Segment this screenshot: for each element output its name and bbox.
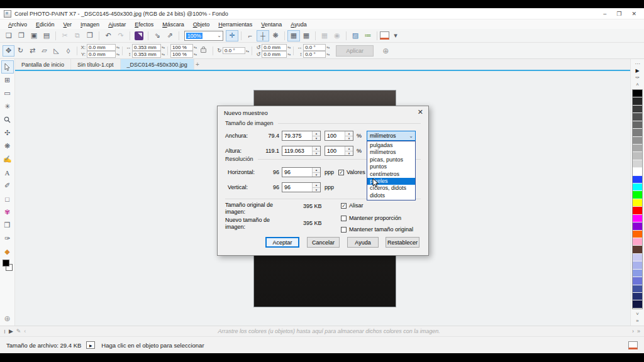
spinner[interactable]: ▾▴	[194, 52, 197, 56]
color-swatch[interactable]	[633, 152, 642, 160]
color-swatch[interactable]	[633, 168, 642, 175]
redo-icon[interactable]: ↷	[114, 30, 127, 41]
scale-x-field[interactable]: 100 %	[170, 44, 193, 51]
color-swatch[interactable]	[633, 191, 642, 199]
color-swatch[interactable]	[633, 277, 642, 285]
menu-item[interactable]: Ver	[59, 21, 77, 28]
color-swatch[interactable]	[633, 121, 642, 129]
lock-ratio-icon[interactable]	[201, 48, 206, 53]
spinner[interactable]: ▾▴	[162, 52, 165, 56]
chevron-down-icon[interactable]: ⌄	[217, 33, 223, 38]
rotation-angle-field[interactable]: 0.0 °	[223, 47, 245, 54]
play-icon[interactable]: ▶	[86, 341, 95, 349]
expand-palette-icon[interactable]: »	[631, 317, 644, 324]
menu-item[interactable]: Efectos	[130, 21, 158, 28]
spinner[interactable]: ▾▴	[116, 45, 119, 49]
dialog-close-icon[interactable]: ✕	[418, 108, 423, 116]
spinner[interactable]: ▴▾	[312, 168, 320, 177]
skew-h-field[interactable]: 0.0 °	[303, 44, 326, 51]
color-swatch[interactable]	[633, 160, 642, 168]
menu-item[interactable]: Archivo	[4, 21, 31, 28]
proof-colors-icon[interactable]	[380, 31, 389, 40]
color-swatch[interactable]	[633, 254, 642, 261]
spinner[interactable]: ▾▴	[116, 52, 119, 56]
object-width-field[interactable]: 0.353 mm	[132, 44, 161, 51]
spinner[interactable]: ▾▴	[326, 52, 330, 56]
color-swatch[interactable]	[633, 215, 642, 222]
clone-tool[interactable]: ✣	[1, 126, 14, 140]
new-tab-button[interactable]: +	[192, 59, 203, 70]
color-swatch[interactable]	[633, 199, 642, 207]
units-option[interactable]: picas, puntos	[367, 156, 415, 163]
menu-item[interactable]: Edición	[31, 21, 59, 28]
color-swatch[interactable]	[633, 176, 642, 184]
pen-icon[interactable]: ✎	[16, 328, 21, 334]
cancel-button[interactable]: Cancelar	[307, 237, 340, 248]
spinner[interactable]: ▾▴	[194, 45, 197, 49]
application-launcher-icon[interactable]	[135, 31, 143, 40]
eyedropper-tool[interactable]: ✑	[1, 232, 14, 245]
mask-wand-icon[interactable]: ❋	[269, 30, 282, 41]
center-x-field[interactable]: 0.0 mm	[262, 44, 287, 51]
add-plus-icon[interactable]: ⊕	[382, 47, 389, 55]
menu-item[interactable]: Ayuda	[286, 21, 311, 28]
text-tool[interactable]: A	[1, 166, 14, 179]
anti-alias-checkbox-row[interactable]: ✓ Alisar	[341, 202, 364, 209]
color-swatch[interactable]	[633, 285, 642, 293]
color-swatch[interactable]	[633, 137, 642, 145]
image-sprayer-tool[interactable]: ✾	[1, 206, 14, 219]
scale-mode-icon[interactable]: ⇄	[26, 45, 38, 57]
color-swatch[interactable]	[633, 97, 642, 105]
units-option[interactable]: milímetros	[367, 149, 415, 156]
options-icon[interactable]: ≔	[362, 30, 374, 41]
close-button[interactable]: ✕	[631, 11, 636, 17]
color-swatch[interactable]	[633, 246, 642, 253]
export-icon[interactable]: ⇗	[164, 30, 176, 41]
horizontal-resolution-input[interactable]: 96 ▴▾	[282, 167, 321, 177]
document-tab[interactable]: Pantalla de inicio	[15, 59, 71, 70]
width-input[interactable]: 79.375 ▴▾	[282, 131, 321, 141]
menu-item[interactable]: Imagen	[76, 21, 104, 28]
color-swatch[interactable]	[633, 222, 642, 230]
flyout-play-icon[interactable]: ▶	[9, 328, 13, 334]
menu-item[interactable]: Objeto	[189, 21, 214, 28]
units-option[interactable]: didots	[367, 192, 415, 199]
snap-icon[interactable]: ◉	[331, 30, 343, 41]
cut-icon[interactable]: ✂	[58, 30, 71, 41]
apply-button[interactable]: Aplicar	[336, 45, 374, 57]
checkbox-unchecked[interactable]	[341, 227, 347, 233]
paint-tool[interactable]: ✐	[1, 179, 14, 192]
color-swatch[interactable]	[633, 145, 642, 152]
reset-button[interactable]: Restablecer	[386, 237, 419, 248]
image-adjustment-icon[interactable]: ▨	[349, 30, 362, 41]
menu-item[interactable]: Ventana	[257, 21, 286, 28]
skew-v-field[interactable]: 0.0 °	[303, 51, 326, 58]
units-combobox[interactable]: milímetros ⌄	[367, 131, 416, 141]
scroll-up-icon[interactable]: ˄	[631, 81, 644, 88]
spinner[interactable]: ▾▴	[287, 52, 291, 56]
x-position-field[interactable]: 0.0 mm	[87, 44, 116, 51]
save-icon[interactable]: ▣	[28, 30, 40, 41]
rotate-mode-icon[interactable]: ↻	[14, 45, 26, 57]
color-swatch[interactable]	[633, 293, 642, 300]
color-swatch[interactable]	[633, 184, 642, 191]
show-overlay-icon[interactable]: ▦	[300, 30, 313, 41]
restore-button[interactable]: ❐	[616, 11, 621, 17]
color-swatch[interactable]	[633, 113, 642, 121]
undo-icon[interactable]: ↶	[102, 30, 114, 41]
zoom-tool[interactable]	[1, 113, 14, 126]
color-swatch[interactable]	[633, 261, 642, 269]
crosshair-icon[interactable]: ┼	[257, 30, 269, 41]
scale-y-field[interactable]: 100 %	[170, 51, 193, 58]
units-option[interactable]: centímetros	[367, 171, 415, 178]
help-button[interactable]: Ayuda	[347, 237, 379, 248]
units-option[interactable]: puntos	[367, 163, 415, 170]
transparency-tool[interactable]: ❒	[1, 219, 14, 232]
accept-button[interactable]: Aceptar	[265, 237, 299, 248]
mask-transform-tool[interactable]: ⊞	[1, 74, 14, 87]
spinner[interactable]: ▴▾	[345, 146, 353, 155]
color-swatch[interactable]	[633, 300, 642, 308]
spinner[interactable]: ▴▾	[345, 131, 353, 140]
menu-item[interactable]: Máscara	[158, 21, 189, 28]
color-swatch[interactable]	[633, 270, 642, 277]
